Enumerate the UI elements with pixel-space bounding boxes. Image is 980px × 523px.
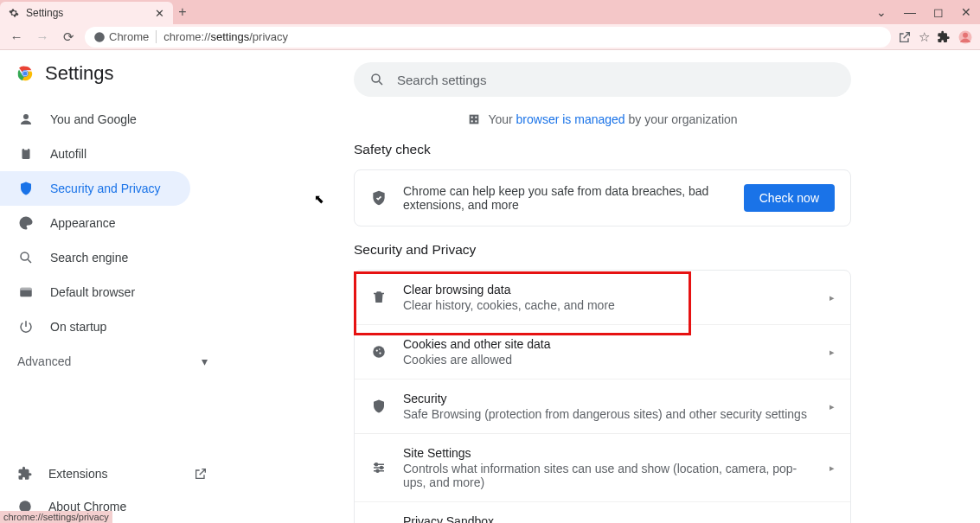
- clipboard-icon: [17, 146, 35, 162]
- reload-button[interactable]: ⟳: [59, 29, 78, 45]
- section-heading: Security and Privacy: [354, 242, 851, 258]
- power-icon: [17, 319, 35, 335]
- window-controls: ⌄ — ◻ ✕: [876, 5, 980, 19]
- content: Settings You and Google Autofill Securit…: [0, 50, 980, 523]
- sidebar-item-label: Security and Privacy: [50, 182, 161, 195]
- back-button[interactable]: ←: [7, 29, 26, 44]
- person-icon: [17, 112, 35, 127]
- sidebar-item-security[interactable]: Security and Privacy: [0, 171, 190, 206]
- safety-check-card: Chrome can help keep you safe from data …: [354, 169, 851, 226]
- building-icon: [467, 112, 481, 126]
- svg-point-22: [379, 352, 381, 354]
- extensions-label: Extensions: [48, 467, 107, 481]
- managed-link[interactable]: browser is managed: [516, 112, 625, 126]
- svg-point-24: [375, 463, 378, 466]
- search-icon: [369, 72, 385, 87]
- svg-rect-15: [470, 115, 479, 124]
- toolbar: ← → ⟳ Chrome chrome://settings/privacy ☆: [0, 24, 980, 50]
- sidebar-item-autofill[interactable]: Autofill: [0, 137, 190, 171]
- sidebar-item-search-engine[interactable]: Search engine: [0, 240, 190, 275]
- extensions-icon[interactable]: [937, 30, 951, 44]
- browser-icon: [17, 284, 35, 300]
- browser-tab[interactable]: Settings ✕: [0, 2, 173, 24]
- sidebar-item-label: Default browser: [50, 285, 135, 299]
- close-window-icon[interactable]: ✕: [961, 5, 971, 19]
- chevron-right-icon: ▸: [829, 462, 835, 474]
- share-icon[interactable]: [898, 30, 912, 44]
- svg-point-23: [379, 348, 381, 350]
- svg-point-25: [381, 467, 383, 469]
- chevron-right-icon: ▸: [829, 347, 835, 358]
- tab-strip: Settings ✕ + ⌄ — ◻ ✕: [0, 0, 980, 24]
- svg-point-7: [23, 114, 29, 119]
- sidebar-item-default-browser[interactable]: Default browser: [0, 275, 190, 309]
- row-clear-browsing-data[interactable]: Clear browsing dataClear history, cookie…: [355, 271, 850, 325]
- chevron-right-icon: ▸: [829, 401, 835, 412]
- sidebar-item-label: You and Google: [50, 112, 137, 126]
- svg-rect-18: [471, 120, 473, 122]
- svg-point-10: [21, 252, 29, 260]
- svg-rect-17: [476, 117, 477, 118]
- advanced-label: Advanced: [17, 354, 71, 368]
- chevron-down-icon[interactable]: ⌄: [876, 5, 887, 19]
- chrome-logo-icon: [16, 64, 35, 83]
- svg-rect-8: [22, 149, 30, 159]
- check-now-button[interactable]: Check now: [744, 184, 835, 212]
- star-icon[interactable]: ☆: [919, 29, 930, 45]
- brand-title: Settings: [45, 62, 114, 85]
- sidebar-item-on-startup[interactable]: On startup: [0, 309, 190, 344]
- chevron-down-icon: ▾: [202, 354, 208, 368]
- row-site-settings[interactable]: Site SettingsControls what information s…: [355, 434, 850, 502]
- privacy-card: Clear browsing dataClear history, cookie…: [354, 270, 851, 523]
- palette-icon: [17, 215, 35, 231]
- row-cookies[interactable]: Cookies and other site dataCookies are a…: [355, 325, 850, 379]
- sidebar-item-appearance[interactable]: Appearance: [0, 206, 190, 240]
- svg-point-20: [373, 346, 385, 358]
- sidebar-item-label: Autofill: [50, 147, 86, 161]
- main: Search settings Your browser is managed …: [225, 50, 980, 523]
- shield-icon: [370, 399, 388, 414]
- svg-point-0: [94, 32, 105, 42]
- minimize-icon[interactable]: —: [904, 5, 916, 19]
- nav-list: You and Google Autofill Security and Pri…: [0, 97, 225, 344]
- omnibox[interactable]: Chrome chrome://settings/privacy: [85, 27, 891, 48]
- status-bar-url: chrome://settings/privacy: [0, 511, 112, 523]
- row-privacy-sandbox[interactable]: Privacy Sandbox: [355, 502, 850, 523]
- shield-icon: [17, 181, 35, 196]
- svg-rect-12: [20, 288, 32, 290]
- svg-point-6: [22, 71, 27, 75]
- sidebar-item-extensions[interactable]: Extensions: [0, 457, 225, 490]
- gear-icon: [9, 8, 19, 18]
- trash-icon: [370, 290, 388, 305]
- privacy-section: Security and Privacy Clear browsing data…: [354, 242, 851, 523]
- forward-button[interactable]: →: [33, 29, 52, 44]
- sidebar-item-label: Appearance: [50, 216, 116, 230]
- section-heading: Safety check: [354, 142, 851, 157]
- external-link-icon: [194, 467, 208, 481]
- safety-check-section: Safety check Chrome can help keep you sa…: [354, 142, 851, 226]
- profile-icon[interactable]: [958, 29, 973, 45]
- sidebar-item-you-and-google[interactable]: You and Google: [0, 102, 190, 137]
- svg-rect-16: [471, 117, 473, 118]
- safety-description: Chrome can help keep you safe from data …: [403, 184, 728, 212]
- svg-rect-19: [476, 120, 477, 122]
- sidebar-item-label: Search engine: [50, 251, 128, 265]
- new-tab-button[interactable]: +: [173, 4, 192, 20]
- svg-point-14: [372, 74, 380, 82]
- managed-notice: Your browser is managed by your organiza…: [467, 112, 737, 126]
- row-security[interactable]: SecuritySafe Browsing (protection from d…: [355, 379, 850, 434]
- shield-check-icon: [370, 189, 388, 207]
- tab-title: Settings: [26, 7, 148, 19]
- close-icon[interactable]: ✕: [155, 7, 164, 20]
- svg-point-21: [376, 349, 378, 351]
- sidebar: Settings You and Google Autofill Securit…: [0, 50, 225, 523]
- cursor-icon: ⬉: [314, 192, 324, 206]
- cookie-icon: [370, 344, 388, 360]
- url-text: chrome://settings/privacy: [163, 30, 288, 43]
- svg-rect-9: [24, 148, 29, 150]
- advanced-toggle[interactable]: Advanced ▾: [0, 344, 225, 379]
- maximize-icon[interactable]: ◻: [933, 5, 944, 19]
- search-input[interactable]: Search settings: [354, 62, 851, 97]
- chevron-right-icon: ▸: [829, 292, 835, 303]
- sliders-icon: [370, 460, 388, 475]
